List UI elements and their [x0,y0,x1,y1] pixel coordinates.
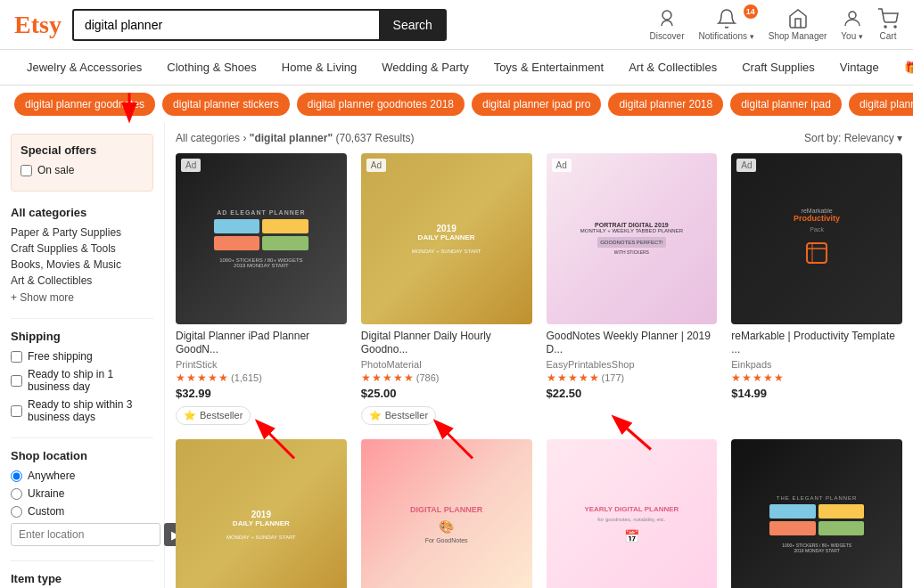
product-card-6[interactable]: DIGITAL PLANNER 🎨 For GoodNotes Digital … [361,439,532,588]
nav-jewelry[interactable]: Jewelry & Accessories [14,52,154,83]
tag-goodnotes[interactable]: digital planner goodnotes [14,93,155,116]
product-img-1: Ad AD ELEGANT PLANNER 1000+ STICKERS / 8… [176,153,347,324]
nav-clothing[interactable]: Clothing & Shoes [154,52,268,83]
nav-vintage[interactable]: Vintage [827,52,892,83]
ship-1day-checkbox[interactable]: Ready to ship in 1 business day [11,368,153,393]
location-ukraine[interactable]: Ukraine [11,487,153,500]
product-stars-1: ★★★★★ (1,615) [176,372,347,384]
cart-nav[interactable]: Cart [877,8,899,41]
location-custom[interactable]: Custom [11,505,153,518]
category-art[interactable]: Art & Collectibles [11,274,153,287]
ship-1day-input[interactable] [11,375,22,387]
show-more[interactable]: + Show more [11,291,74,304]
custom-label: Custom [28,505,64,518]
tags-bar: digital planner goodnotes digital planne… [0,86,913,123]
free-shipping-input[interactable] [11,351,22,363]
location-input-wrap: ▶ [11,523,153,546]
tag-daily[interactable]: digital planner daily planner [849,93,913,116]
product-card-5[interactable]: 2019 DAILY PLANNER MONDAY + SUNDAY START… [176,439,347,588]
category-books[interactable]: Books, Movies & Music [11,258,153,271]
nav-art[interactable]: Art & Collectibles [616,52,729,83]
etsy-logo[interactable]: Etsy [14,11,62,39]
ship-3day-checkbox[interactable]: Ready to ship within 3 business days [11,398,153,423]
bestseller-badge-2: ⭐ Bestseller [361,406,436,425]
ship-3day-label: Ready to ship within 3 business days [28,398,153,423]
product-title-2: Digital Planner Daily Hourly Goodno... [361,330,532,357]
nav-gifts[interactable]: 🎁 Gifts [892,52,913,83]
free-shipping-checkbox[interactable]: Free shipping [11,350,153,363]
product-shop-1: PrintStick [176,359,347,370]
shop-location-section: Shop location Anywhere Ukraine Custom ▶ [11,449,153,546]
search-bar: Search [72,9,447,41]
product-card-3[interactable]: Ad PORTRAIT DIGITAL 2019 MONTHLY + WEEKL… [547,153,718,425]
product-img-4: Ad reMarkable Productivity Pack [731,153,902,324]
header: Etsy Search Discover 14 Notifications ▾ [0,0,913,50]
product-shop-4: Einkpads [731,359,902,370]
bestseller-badge-1: ⭐ Bestseller [176,406,251,425]
item-type-section: Item type All items Handmade Vintage [11,572,153,588]
product-shop-2: PhotoMaterial [361,359,532,370]
product-card-8[interactable]: THE ELEGANT PLANNER 1000+ STICKERS / 80+… [731,439,902,588]
anywhere-label: Anywhere [28,470,75,482]
special-offers-section: Special offers On sale [11,134,153,192]
nav-wedding[interactable]: Wedding & Party [369,52,481,83]
product-img-3: Ad PORTRAIT DIGITAL 2019 MONTHLY + WEEKL… [547,153,718,324]
category-craft[interactable]: Craft Supplies & Tools [11,242,153,255]
nav-toys[interactable]: Toys & Entertainment [481,52,617,83]
breadcrumb-all[interactable]: All categories [176,132,240,144]
sort-dropdown[interactable]: Sort by: Relevancy ▾ [804,132,902,144]
tag-goodnotes2018[interactable]: digital planner goodnotes 2018 [297,93,465,116]
search-button[interactable]: Search [379,9,447,41]
category-paper[interactable]: Paper & Party Supplies [11,226,153,239]
product-title-4: reMarkable | Productivity Template ... [731,330,902,357]
result-count: (70,637 Results) [335,132,414,144]
product-title-3: GoodNotes Weekly Planner | 2019 D... [547,330,718,357]
product-img-6: DIGITAL PLANNER 🎨 For GoodNotes [361,439,532,588]
main-nav: Jewelry & Accessories Clothing & Shoes H… [0,50,913,86]
main-layout: Special offers On sale All categories Pa… [0,123,913,588]
on-sale-input[interactable] [21,165,32,176]
shop-manager-icon [787,8,809,31]
tag-ipadpro[interactable]: digital planner ipad pro [472,93,601,116]
you-nav[interactable]: You ▾ [841,8,863,41]
notification-badge: 14 [744,4,758,19]
notifications-nav[interactable]: 14 Notifications ▾ [698,8,753,41]
ad-badge-4: Ad [736,159,756,172]
shop-manager-nav[interactable]: Shop Manager [769,8,827,41]
tag-2018[interactable]: digital planner 2018 [608,93,723,116]
nav-craft[interactable]: Craft Supplies [729,52,827,83]
shipping-title: Shipping [11,330,153,343]
svg-point-0 [662,11,671,20]
discover-nav[interactable]: Discover [650,8,685,41]
product-title-1: Digital Planner iPad Planner GoodN... [176,330,347,357]
cart-icon [877,8,899,31]
notifications-label: Notifications ▾ [698,31,753,41]
search-input[interactable] [72,9,379,41]
sort-chevron-icon: ▾ [897,132,902,144]
item-type-title: Item type [11,572,153,585]
discover-icon [656,8,678,31]
you-icon [842,8,863,31]
on-sale-checkbox[interactable]: On sale [21,164,144,176]
product-stars-2: ★★★★★ (786) [361,372,532,384]
ship-3day-input[interactable] [11,405,22,417]
shop-location-title: Shop location [11,449,153,462]
product-card-1[interactable]: Ad AD ELEGANT PLANNER 1000+ STICKERS / 8… [176,153,347,425]
product-grid: Ad AD ELEGANT PLANNER 1000+ STICKERS / 8… [176,153,902,588]
product-card-4[interactable]: Ad reMarkable Productivity Pack reMarkab… [731,153,902,425]
free-shipping-label: Free shipping [28,350,93,363]
you-label: You ▾ [841,31,863,41]
ad-badge-1: Ad [181,159,201,172]
location-anywhere[interactable]: Anywhere [11,470,153,482]
on-sale-label: On sale [37,164,74,176]
product-card-2[interactable]: Ad 2019 DAILY PLANNER MONDAY + SUNDAY ST… [361,153,532,425]
product-stars-4: ★★★★★ [731,372,902,384]
tag-ipad[interactable]: digital planner ipad [730,93,842,116]
tag-stickers[interactable]: digital planner stickers [162,93,290,116]
nav-home[interactable]: Home & Living [269,52,370,83]
cart-label: Cart [880,31,897,41]
header-icons: Discover 14 Notifications ▾ Shop Manager [650,8,899,41]
product-card-7[interactable]: YEARLY DIGITAL PLANNER for goodnotes, no… [547,439,718,588]
location-input[interactable] [11,523,160,546]
all-categories-section: All categories Paper & Party Supplies Cr… [11,206,153,304]
